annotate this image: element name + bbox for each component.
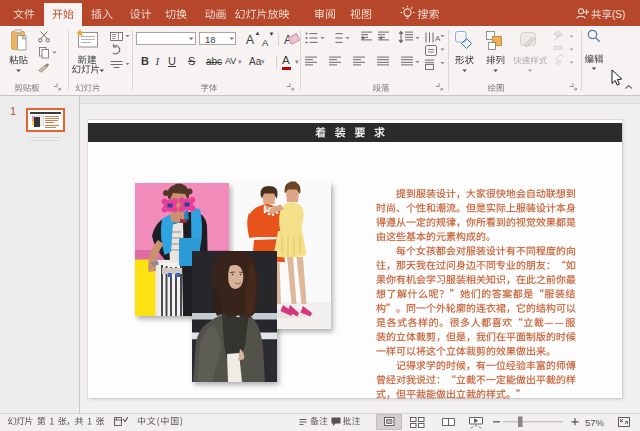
svg-text:A: A <box>435 34 441 43</box>
